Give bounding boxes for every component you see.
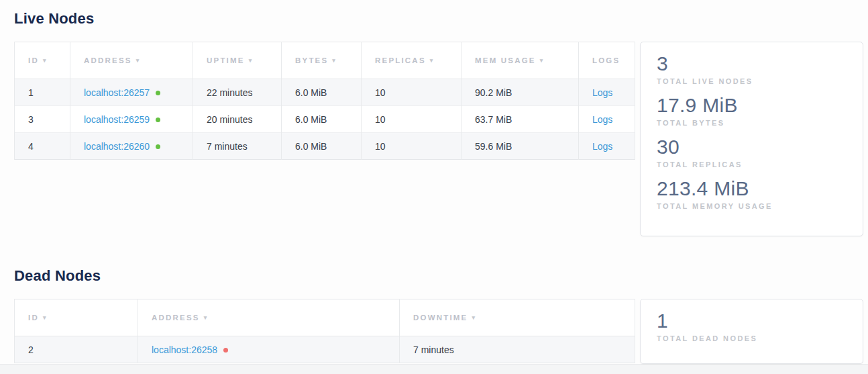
- column-header-mem-usage[interactable]: MEM USAGE▾: [462, 42, 579, 79]
- sort-arrow-icon: ▾: [43, 314, 48, 321]
- node-uptime-cell: 20 minutes: [193, 106, 282, 133]
- live-table-header-row: ID▾ ADDRESS▾ UPTIME▾ BYTES▾ REPLICAS▾ ME…: [15, 42, 635, 79]
- dead-nodes-summary-panel: 1 TOTAL DEAD NODES: [640, 299, 863, 364]
- node-uptime-cell: 7 minutes: [193, 133, 282, 160]
- node-id-cell: 3: [15, 106, 70, 133]
- column-header-address[interactable]: ADDRESS▾: [70, 42, 193, 79]
- live-status-icon: [156, 144, 160, 149]
- column-header-replicas[interactable]: REPLICAS▾: [362, 42, 462, 79]
- summary-label: TOTAL MEMORY USAGE: [657, 202, 847, 210]
- column-header-id[interactable]: ID▾: [15, 42, 70, 79]
- node-address-link[interactable]: localhost:26258: [152, 344, 217, 355]
- column-header-label: ADDRESS: [84, 56, 132, 64]
- logs-link[interactable]: Logs: [592, 87, 612, 98]
- column-header-label: DOWNTIME: [413, 314, 468, 322]
- node-bytes-cell: 6.0 MiB: [282, 106, 362, 133]
- live-nodes-section: ID▾ ADDRESS▾ UPTIME▾ BYTES▾ REPLICAS▾ ME…: [14, 42, 863, 236]
- column-header-label: ID: [28, 314, 39, 322]
- node-mem-usage-cell: 63.7 MiB: [462, 106, 579, 133]
- node-address-link[interactable]: localhost:26260: [84, 141, 150, 152]
- node-address-link[interactable]: localhost:26257: [84, 87, 150, 98]
- nodes-overview-page: Live Nodes ID▾ ADDRESS▾ UPTIME▾ BYTES▾ R…: [0, 0, 868, 365]
- summary-item: 1 TOTAL DEAD NODES: [657, 310, 847, 342]
- summary-value: 30: [657, 136, 847, 158]
- column-header-label: BYTES: [295, 56, 328, 64]
- table-row: 4 localhost:26260 7 minutes 6.0 MiB 10 5…: [15, 133, 635, 160]
- logs-link[interactable]: Logs: [592, 114, 612, 125]
- dead-status-icon: [223, 348, 228, 353]
- table-row: 1 localhost:26257 22 minutes 6.0 MiB 10 …: [15, 79, 635, 106]
- column-header-label: ADDRESS: [152, 314, 200, 322]
- live-nodes-title: Live Nodes: [14, 0, 868, 28]
- live-status-icon: [156, 118, 160, 122]
- summary-item: 3 TOTAL LIVE NODES: [657, 52, 847, 85]
- node-bytes-cell: 6.0 MiB: [282, 133, 362, 160]
- column-header-label: MEM USAGE: [475, 56, 536, 64]
- column-header-uptime[interactable]: UPTIME▾: [193, 42, 282, 79]
- column-header-bytes[interactable]: BYTES▾: [282, 42, 362, 79]
- column-header-label: ID: [28, 56, 39, 64]
- dead-table-header-row: ID▾ ADDRESS▾ DOWNTIME▾: [15, 299, 635, 336]
- summary-label: TOTAL DEAD NODES: [657, 334, 847, 342]
- node-mem-usage-cell: 59.6 MiB: [462, 133, 579, 160]
- node-logs-cell: Logs: [579, 106, 635, 133]
- sort-arrow-icon: ▾: [204, 314, 209, 321]
- summary-label: TOTAL REPLICAS: [657, 160, 847, 169]
- node-address-cell: localhost:26258: [138, 336, 400, 363]
- node-bytes-cell: 6.0 MiB: [282, 79, 362, 106]
- node-id-cell: 4: [15, 133, 70, 160]
- node-mem-usage-cell: 90.2 MiB: [462, 79, 579, 106]
- summary-label: TOTAL LIVE NODES: [657, 77, 847, 85]
- summary-value: 17.9 MiB: [657, 94, 847, 117]
- column-header-label: UPTIME: [207, 56, 245, 64]
- sort-arrow-icon: ▾: [332, 57, 337, 64]
- summary-item: 30 TOTAL REPLICAS: [657, 136, 847, 169]
- live-nodes-table: ID▾ ADDRESS▾ UPTIME▾ BYTES▾ REPLICAS▾ ME…: [14, 42, 635, 160]
- node-id-cell: 1: [15, 79, 70, 106]
- node-address-cell: localhost:26259: [70, 106, 193, 133]
- sort-arrow-icon: ▾: [249, 57, 254, 64]
- sort-arrow-icon: ▾: [472, 314, 476, 321]
- node-replicas-cell: 10: [362, 133, 462, 160]
- node-address-cell: localhost:26260: [70, 133, 193, 160]
- summary-value: 213.4 MiB: [657, 177, 847, 200]
- node-uptime-cell: 22 minutes: [193, 79, 282, 106]
- node-address-cell: localhost:26257: [70, 79, 193, 106]
- live-nodes-summary-panel: 3 TOTAL LIVE NODES 17.9 MiB TOTAL BYTES …: [640, 42, 863, 236]
- dead-nodes-table: ID▾ ADDRESS▾ DOWNTIME▾ 2 localhost:26258…: [14, 299, 635, 363]
- sort-arrow-icon: ▾: [43, 57, 48, 64]
- logs-link[interactable]: Logs: [592, 141, 612, 152]
- dead-nodes-title: Dead Nodes: [14, 236, 868, 285]
- node-downtime-cell: 7 minutes: [400, 336, 635, 363]
- column-header-downtime[interactable]: DOWNTIME▾: [400, 299, 635, 336]
- live-status-icon: [156, 91, 160, 95]
- summary-item: 17.9 MiB TOTAL BYTES: [657, 94, 847, 127]
- node-logs-cell: Logs: [579, 79, 635, 106]
- column-header-id[interactable]: ID▾: [15, 299, 138, 336]
- summary-value: 3: [657, 52, 847, 75]
- summary-label: TOTAL BYTES: [657, 119, 847, 127]
- column-header-address[interactable]: ADDRESS▾: [138, 299, 400, 336]
- table-row: 2 localhost:26258 7 minutes: [15, 336, 635, 363]
- dead-nodes-section: ID▾ ADDRESS▾ DOWNTIME▾ 2 localhost:26258…: [14, 299, 863, 364]
- table-row: 3 localhost:26259 20 minutes 6.0 MiB 10 …: [15, 106, 635, 133]
- column-header-label: LOGS: [592, 56, 620, 64]
- node-replicas-cell: 10: [362, 106, 462, 133]
- node-id-cell: 2: [15, 336, 138, 363]
- column-header-logs: LOGS: [579, 42, 635, 79]
- sort-arrow-icon: ▾: [540, 57, 545, 64]
- summary-value: 1: [657, 310, 847, 332]
- sort-arrow-icon: ▾: [136, 57, 141, 64]
- summary-item: 213.4 MiB TOTAL MEMORY USAGE: [657, 177, 847, 210]
- sort-arrow-icon: ▾: [430, 57, 435, 64]
- node-logs-cell: Logs: [579, 133, 635, 160]
- column-header-label: REPLICAS: [375, 56, 426, 64]
- node-address-link[interactable]: localhost:26259: [84, 114, 150, 125]
- node-replicas-cell: 10: [362, 79, 462, 106]
